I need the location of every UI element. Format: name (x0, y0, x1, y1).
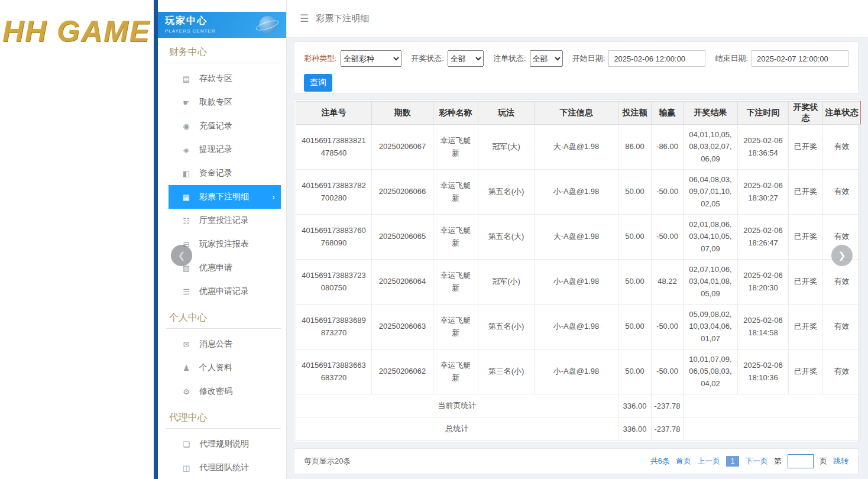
cell-play: 第五名(小) (478, 170, 535, 215)
rows-icon: ☷ (182, 216, 191, 225)
total-summary-empty (684, 417, 861, 441)
column-header: 下注时间 (738, 102, 789, 125)
sidebar-item-change-password[interactable]: ⚙修改密码 (169, 380, 281, 403)
query-button[interactable]: 查询 (304, 74, 332, 92)
prev-page-link[interactable]: 上一页 (697, 456, 720, 467)
cell-bet-info: 大-A盘@1.98 (535, 125, 618, 170)
cell-period: 20250206066 (372, 170, 433, 215)
current-page-indicator[interactable]: 1 (726, 456, 739, 467)
sidebar-item-label: 厅室投注记录 (199, 215, 249, 226)
cell-bet-status: 有效 (823, 349, 861, 394)
draw-status-label: 开奖状态: (411, 53, 444, 64)
scroll-left-arrow[interactable]: ❮ (171, 245, 192, 266)
personal-menu: ✉消息公告♟个人资料⚙修改密码 (158, 332, 286, 403)
cell-win-loss: -50.00 (652, 305, 684, 349)
sidebar-item-agent-rules[interactable]: ❏代理规则说明 (169, 432, 281, 456)
total-summary-amount: 336.00 (618, 417, 652, 441)
cell-amount: 50.00 (618, 349, 652, 394)
jump-button[interactable]: 跳转 (833, 456, 848, 467)
query-row: 查询 (294, 67, 858, 99)
column-header: 下注信息 (535, 102, 618, 125)
cell-play: 第五名(小) (478, 305, 535, 349)
bell-icon: ✉ (182, 340, 191, 349)
sidebar-item-withdraw-zone[interactable]: ☛取款专区 (169, 90, 281, 114)
end-date-label: 结束日期: (715, 53, 748, 64)
sidebar-item-withdrawal-records[interactable]: ◈提现记录 (169, 138, 281, 161)
bet-status-select[interactable]: 全部 (530, 50, 563, 67)
sidebar-item-label: 消息公告 (199, 339, 232, 349)
hamburger-icon[interactable]: ☰ (300, 12, 309, 25)
hand-icon: ☛ (182, 98, 191, 107)
pagination-bar: 每页显示20条 共6条 首页 上一页 1 下一页 第 页 跳转 (294, 448, 859, 474)
chart-icon: ◫ (182, 464, 191, 472)
cell-win-loss: -86.00 (652, 125, 684, 170)
cell-bet-time: 2025-02-06 18:36:54 (738, 125, 789, 170)
cell-amount: 86.00 (618, 125, 652, 170)
cell-period: 20250206067 (372, 125, 433, 170)
first-page-link[interactable]: 首页 (676, 456, 691, 467)
cell-bet-info: 小-A盘@1.98 (535, 349, 618, 394)
bet-table-header-row: 注单号期数彩种名称玩法下注信息投注额输赢开奖结果下注时间开奖状态注单状态 (296, 102, 861, 125)
cell-draw-status: 已开奖 (789, 170, 823, 215)
cell-bet-no: 401569173883821478540 (296, 125, 372, 170)
sidebar-item-recharge-records[interactable]: ◉充值记录 (169, 114, 281, 138)
column-header: 开奖状态 (789, 102, 823, 125)
cell-lottery: 幸运飞艇新 (433, 260, 478, 305)
cell-play: 冠军(小) (478, 260, 535, 305)
next-page-link[interactable]: 下一页 (745, 456, 768, 467)
sidebar-item-label: 优惠申请记录 (199, 286, 249, 297)
sidebar-item-profile[interactable]: ♟个人资料 (169, 356, 281, 380)
sidebar-item-label: 玩家投注报表 (199, 239, 249, 250)
sidebar-item-label: 资金记录 (199, 168, 232, 179)
start-date-input[interactable] (608, 50, 705, 67)
cell-amount: 50.00 (618, 305, 652, 349)
sidebar-item-label: 个人资料 (199, 363, 232, 373)
section-heading-agent: 代理中心 (166, 403, 281, 429)
cell-win-loss: -50.00 (652, 170, 684, 215)
lottery-type-select[interactable]: 全部彩种 (341, 50, 402, 67)
total-summary-label: 总统计 (296, 417, 618, 441)
draw-status-select[interactable]: 全部 (448, 50, 484, 67)
site-logo: HH GAME (2, 14, 150, 48)
sidebar-item-deposit-zone[interactable]: ▤存款专区 (169, 67, 281, 90)
sidebar-item-messages[interactable]: ✉消息公告 (169, 332, 281, 356)
sidebar-item-label: 充值记录 (199, 121, 232, 131)
scroll-right-arrow[interactable]: ❯ (831, 245, 853, 266)
column-header: 输赢 (652, 102, 684, 125)
sidebar-item-promo-apply-records[interactable]: ☰优惠申请记录 (169, 280, 281, 303)
page-title: 彩票下注明细 (316, 13, 369, 24)
chevron-left-icon: ❮ (178, 250, 186, 261)
cell-period: 20250206065 (372, 215, 433, 260)
page-summary-label: 当前页统计 (296, 394, 618, 417)
sidebar-item-lottery-bet-details[interactable]: ▦彩票下注明细› (169, 185, 281, 209)
cell-bet-time: 2025-02-06 18:30:27 (738, 170, 789, 215)
sidebar-item-agent-team-stats[interactable]: ◫代理团队统计 (169, 456, 281, 479)
sidebar-item-hall-bet-records[interactable]: ☷厅室投注记录 (169, 209, 281, 232)
list-icon: ▦ (182, 193, 191, 202)
sidebar-item-label: 修改密码 (199, 386, 232, 397)
globe-icon (259, 16, 277, 34)
jump-page-input[interactable] (788, 454, 814, 468)
tag-icon: ◈ (182, 145, 191, 154)
cell-lottery: 幸运飞艇新 (433, 215, 478, 260)
page-size-text: 每页显示20条 (304, 456, 351, 467)
cell-bet-info: 小-A盘@1.98 (535, 170, 618, 215)
cell-period: 20250206062 (372, 349, 433, 394)
sidebar-item-label: 彩票下注明细 (199, 192, 249, 202)
filter-panel: 彩种类型: 全部彩种 开奖状态: 全部 注单状态: 全部 开始日期: 结束日期:… (294, 41, 859, 93)
cell-play: 第三名(小) (478, 349, 535, 394)
bet-table-panel: 注单号期数彩种名称玩法下注信息投注额输赢开奖结果下注时间开奖状态注单状态 401… (294, 99, 859, 442)
cell-bet-no: 401569173883782700280 (296, 170, 372, 215)
page-summary-empty (684, 394, 861, 417)
topbar: ☰ 彩票下注明细 (287, 0, 868, 38)
column-header: 期数 (372, 102, 433, 125)
gear-icon: ⚙ (182, 387, 191, 396)
total-summary-winloss: -237.78 (652, 417, 684, 441)
bet-table: 注单号期数彩种名称玩法下注信息投注额输赢开奖结果下注时间开奖状态注单状态 401… (296, 101, 861, 441)
sidebar-item-fund-records[interactable]: ◧资金记录 (169, 161, 281, 185)
cell-lottery: 幸运飞艇新 (433, 170, 478, 215)
start-date-label: 开始日期: (572, 53, 605, 64)
cell-amount: 50.00 (618, 215, 652, 260)
end-date-input[interactable] (752, 50, 848, 67)
cell-bet-info: 大-A盘@1.98 (535, 215, 618, 260)
